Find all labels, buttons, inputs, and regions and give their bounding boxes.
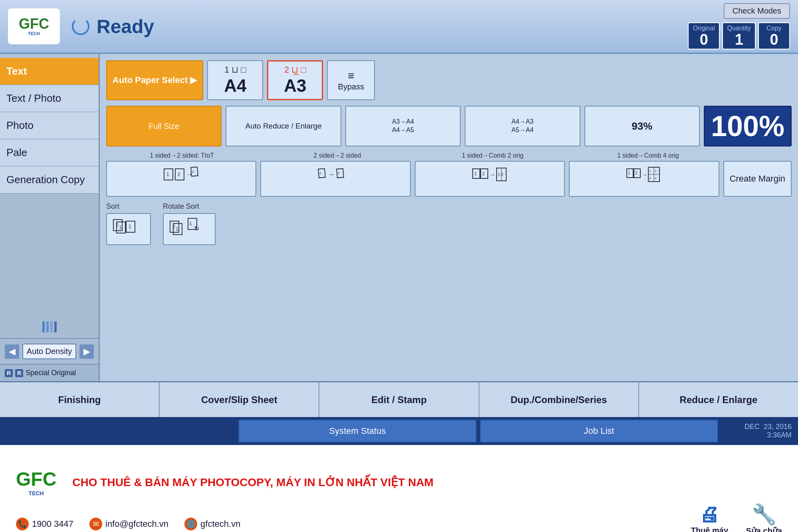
svg-text:4: 4 bbox=[655, 176, 657, 180]
status-bar: System Status Job List DEC 23, 2016 3:36… bbox=[0, 417, 798, 445]
rotate-sort-group: Rotate Sort 2 1 1 ↻ bbox=[163, 202, 216, 245]
duplex-label-1: 1 sided→2 sided: TtoT bbox=[106, 152, 257, 159]
footer-service-photocopy: 🖨 Thuê máyphotocopy bbox=[689, 503, 730, 532]
sidebar-item-pale[interactable]: Pale bbox=[0, 139, 99, 166]
duplex-row: 1 2 → 2 2 → bbox=[106, 161, 792, 197]
svg-text:2: 2 bbox=[482, 171, 485, 176]
a4-a3-button[interactable]: A4→A3A5→A4 bbox=[465, 106, 580, 146]
reduce-enlarge-button[interactable]: Reduce / Enlarge bbox=[639, 382, 798, 417]
svg-text:→: → bbox=[327, 170, 335, 178]
auto-paper-select-button[interactable]: Auto Paper Select ▶ bbox=[106, 60, 203, 100]
footer-email: ✉ info@gfctech.vn bbox=[89, 503, 168, 532]
svg-text:2: 2 bbox=[655, 169, 657, 173]
reduce-row: Full Size Auto Reduce / Enlarge A3→A4A4→… bbox=[106, 106, 792, 146]
duplex-1sided-2sided-button[interactable]: 1 2 → 2 bbox=[106, 161, 256, 197]
svg-text:1 2: 1 2 bbox=[498, 172, 503, 177]
density-control: ◀ Auto Density ▶ bbox=[0, 338, 99, 364]
svg-text:2: 2 bbox=[192, 170, 194, 174]
full-size-button[interactable]: Full Size bbox=[106, 106, 222, 146]
duplex-comb4-button[interactable]: 1 2 → 1 2 3 4 bbox=[569, 161, 719, 197]
cover-slip-sheet-button[interactable]: Cover/Slip Sheet bbox=[160, 382, 319, 417]
footer-website: 🌐 gfctech.vn bbox=[184, 503, 240, 532]
svg-text:1: 1 bbox=[129, 224, 131, 229]
svg-text:1: 1 bbox=[189, 221, 192, 226]
duplex-label-2: 2 sided→2 sided bbox=[261, 152, 413, 159]
density-increase-button[interactable]: ▶ bbox=[79, 344, 94, 359]
svg-text:2: 2 bbox=[635, 171, 638, 175]
paper-row: Auto Paper Select ▶ 1 ⊔ □ A4 2 ⊔̲ □ A3 ≡… bbox=[106, 60, 792, 100]
density-decrease-button[interactable]: ◀ bbox=[5, 344, 19, 359]
footer-contact: 📞 1900 3447 ✉ info@gfctech.vn 🌐 gfctech.… bbox=[16, 503, 782, 532]
svg-text:1: 1 bbox=[176, 226, 178, 232]
website-icon: 🌐 bbox=[184, 518, 197, 530]
logo: GFC TECH bbox=[8, 8, 60, 44]
footer-service-repair: 🔧 Sửa chữamáy in bbox=[746, 503, 782, 532]
top-bar: GFC TECH Ready Check Modes Original 0 Qu… bbox=[0, 0, 798, 54]
ready-spinner-icon bbox=[72, 18, 89, 35]
sort-label: Sort bbox=[106, 202, 151, 211]
bypass-button[interactable]: ≡ Bypass bbox=[327, 60, 375, 100]
footer-logo: GFC TECH bbox=[16, 468, 56, 496]
original-value: 0 bbox=[693, 32, 715, 47]
create-margin-button[interactable]: Create Margin bbox=[723, 161, 792, 197]
duplex-2sided-2sided-button[interactable]: 2 → 2 bbox=[260, 161, 410, 197]
a3-a4-button[interactable]: A3→A4A4→A5 bbox=[345, 106, 461, 146]
svg-text:2: 2 bbox=[338, 171, 340, 175]
duplex-label-4: 1 sided→Comb 4 orig bbox=[572, 152, 724, 159]
sort-section: Sort 2 1 1 Rotate Sort bbox=[106, 202, 792, 245]
footer: GFC TECH CHO THUÊ & BÁN MÁY PHOTOCOPY, M… bbox=[0, 445, 798, 532]
email-icon: ✉ bbox=[89, 518, 102, 530]
quantity-value: 1 bbox=[727, 32, 751, 47]
tray2-button[interactable]: 2 ⊔̲ □ A3 bbox=[267, 60, 323, 100]
finishing-button[interactable]: Finishing bbox=[0, 382, 160, 417]
svg-text:1: 1 bbox=[649, 169, 651, 173]
sort-button[interactable]: 2 1 1 bbox=[106, 213, 151, 245]
special-original-button[interactable]: R R Special Original bbox=[0, 364, 99, 381]
93-percent-button[interactable]: 93% bbox=[584, 106, 700, 146]
svg-text:→: → bbox=[642, 172, 648, 178]
sidebar-item-text[interactable]: Text bbox=[0, 58, 99, 85]
100-percent-display: 100% bbox=[704, 106, 792, 146]
duplex-section: 1 sided→2 sided: TtoT 2 sided→2 sided 1 … bbox=[106, 152, 792, 197]
ready-label: Ready bbox=[97, 16, 154, 38]
ready-section: Ready bbox=[72, 16, 790, 38]
check-modes-button[interactable]: Check Modes bbox=[724, 3, 790, 19]
quantity-counter: Quantity 1 bbox=[722, 22, 756, 49]
edit-stamp-button[interactable]: Edit / Stamp bbox=[319, 382, 479, 417]
footer-main: GFC TECH CHO THUÊ & BÁN MÁY PHOTOCOPY, M… bbox=[16, 468, 782, 496]
dup-combine-series-button[interactable]: Dup./Combine/Series bbox=[479, 382, 639, 417]
rotate-sort-label: Rotate Sort bbox=[163, 202, 216, 211]
auto-reduce-enlarge-button[interactable]: Auto Reduce / Enlarge bbox=[226, 106, 341, 146]
sidebar-item-text-photo[interactable]: Text / Photo bbox=[0, 85, 99, 112]
svg-text:↻: ↻ bbox=[194, 225, 199, 232]
duplex-comb2-button[interactable]: 1 2 → 1 2 bbox=[415, 161, 565, 197]
density-label: Auto Density bbox=[22, 344, 76, 359]
counters: Original 0 Quantity 1 Copy 0 bbox=[688, 22, 790, 49]
tray1-button[interactable]: 1 ⊔ □ A4 bbox=[207, 60, 263, 100]
copy-counter: Copy 0 bbox=[758, 22, 790, 49]
svg-text:2: 2 bbox=[319, 171, 321, 175]
job-list-button[interactable]: Job List bbox=[480, 419, 718, 443]
svg-text:1: 1 bbox=[474, 171, 477, 176]
svg-text:3: 3 bbox=[649, 176, 651, 180]
duplex-labels: 1 sided→2 sided: TtoT 2 sided→2 sided 1 … bbox=[106, 152, 792, 159]
system-status-button[interactable]: System Status bbox=[238, 419, 477, 443]
original-counter: Original 0 bbox=[688, 22, 720, 49]
svg-text:→: → bbox=[489, 171, 496, 178]
sidebar-item-photo[interactable]: Photo bbox=[0, 112, 99, 139]
svg-text:1: 1 bbox=[628, 171, 630, 175]
svg-text:1: 1 bbox=[166, 172, 169, 177]
phone-icon: 📞 bbox=[16, 518, 29, 530]
content: Auto Paper Select ▶ 1 ⊔ □ A4 2 ⊔̲ □ A3 ≡… bbox=[100, 54, 798, 381]
main-area: Text Text / Photo Photo Pale Generation … bbox=[0, 54, 798, 381]
datetime-display: DEC 23, 2016 3:36AM bbox=[720, 423, 792, 439]
sidebar-item-generation-copy[interactable]: Generation Copy bbox=[0, 166, 99, 194]
duplex-label-3: 1 sided→Comb 2 orig bbox=[417, 152, 568, 159]
svg-text:1: 1 bbox=[119, 225, 122, 230]
footer-slogan: CHO THUÊ & BÁN MÁY PHOTOCOPY, MÁY IN LỚN… bbox=[72, 476, 782, 489]
svg-text:2: 2 bbox=[178, 172, 180, 177]
rotate-sort-button[interactable]: 2 1 1 ↻ bbox=[163, 213, 216, 245]
sort-group: Sort 2 1 1 bbox=[106, 202, 151, 245]
footer-phone: 📞 1900 3447 bbox=[16, 503, 73, 532]
bottom-bar: Finishing Cover/Slip Sheet Edit / Stamp … bbox=[0, 381, 798, 417]
